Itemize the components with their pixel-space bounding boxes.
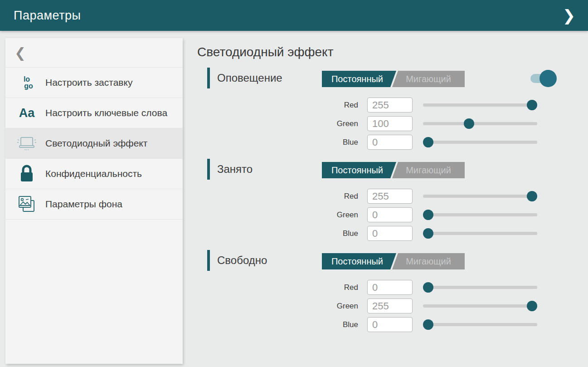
channel-label: Green xyxy=(197,302,358,311)
green-slider[interactable] xyxy=(423,298,537,313)
red-value-input[interactable] xyxy=(367,280,413,295)
back-chevron-icon: ❮ xyxy=(15,45,26,61)
blue-value-input[interactable] xyxy=(367,135,413,150)
channel-label: Blue xyxy=(197,138,358,147)
led-section-notification: Оповещение Постоянный Мигающий Red Green xyxy=(197,67,588,158)
section-title: Светодиодный эффект xyxy=(197,45,334,59)
forward-chevron-icon[interactable]: ❯ xyxy=(558,5,580,26)
green-slider[interactable] xyxy=(423,207,537,222)
sidebar-back-button[interactable]: ❮ xyxy=(5,38,183,68)
sidebar: ❮ lo go Настроить заставку Aa Настроить … xyxy=(5,38,183,364)
sidebar-item-screensaver[interactable]: lo go Настроить заставку xyxy=(5,68,183,98)
mode-option-constant[interactable]: Постоянный xyxy=(322,253,396,269)
section-accent-bar xyxy=(207,159,210,180)
mode-option-blinking[interactable]: Мигающий xyxy=(392,253,465,269)
rgb-row-blue: Blue xyxy=(197,135,588,150)
red-slider[interactable] xyxy=(423,98,537,113)
blue-slider[interactable] xyxy=(423,226,537,241)
section-label: Занято xyxy=(217,163,253,176)
led-section-free: Свободно Постоянный Мигающий Red Green xyxy=(197,250,588,341)
section-label: Свободно xyxy=(217,254,267,267)
red-value-input[interactable] xyxy=(367,189,413,204)
led-enable-switch[interactable] xyxy=(530,69,571,88)
app-header: Параметры ❯ xyxy=(0,0,588,31)
mode-option-constant[interactable]: Постоянный xyxy=(322,162,396,178)
rgb-row-red: Red xyxy=(197,280,588,295)
main-content: Светодиодный эффект Оповещение Постоянны… xyxy=(197,38,588,367)
sidebar-item-background[interactable]: Параметры фона xyxy=(5,189,183,220)
blue-slider[interactable] xyxy=(423,317,537,332)
sidebar-item-label: Настроить ключевые слова xyxy=(45,107,167,119)
section-accent-bar xyxy=(207,68,210,88)
sidebar-item-label: Конфиденциальность xyxy=(45,168,142,180)
mode-toggle: Постоянный Мигающий xyxy=(322,162,465,178)
blue-value-input[interactable] xyxy=(367,226,413,241)
green-value-input[interactable] xyxy=(367,116,413,131)
rgb-row-blue: Blue xyxy=(197,226,588,241)
led-section-busy: Занято Постоянный Мигающий Red Green xyxy=(197,158,588,250)
red-value-input[interactable] xyxy=(367,98,413,113)
section-accent-bar xyxy=(207,250,210,271)
sidebar-item-led-effect[interactable]: Светодиодный эффект xyxy=(5,128,183,159)
sidebar-item-keywords[interactable]: Aa Настроить ключевые слова xyxy=(5,98,183,128)
rgb-row-green: Green xyxy=(197,116,588,131)
background-images-icon xyxy=(16,194,37,215)
sidebar-item-label: Параметры фона xyxy=(45,198,122,210)
rgb-row-green: Green xyxy=(197,207,588,222)
sidebar-item-label: Настроить заставку xyxy=(45,77,132,88)
channel-label: Red xyxy=(197,192,358,201)
green-slider[interactable] xyxy=(423,116,537,131)
rgb-row-blue: Blue xyxy=(197,317,588,332)
channel-label: Blue xyxy=(197,229,358,238)
blue-slider[interactable] xyxy=(423,135,537,150)
mode-toggle: Постоянный Мигающий xyxy=(322,71,465,87)
red-slider[interactable] xyxy=(423,189,537,204)
channel-label: Green xyxy=(197,210,358,220)
lock-icon xyxy=(16,163,37,184)
mode-option-blinking[interactable]: Мигающий xyxy=(392,162,465,178)
switch-knob xyxy=(539,70,557,87)
channel-label: Red xyxy=(197,283,358,292)
rgb-row-red: Red xyxy=(197,98,588,113)
page-title: Параметры xyxy=(14,9,81,23)
green-value-input[interactable] xyxy=(367,207,413,222)
mode-option-constant[interactable]: Постоянный xyxy=(322,71,396,87)
mode-option-blinking[interactable]: Мигающий xyxy=(392,71,465,87)
section-label: Оповещение xyxy=(217,72,282,84)
blue-value-input[interactable] xyxy=(367,317,413,332)
rgb-row-red: Red xyxy=(197,189,588,204)
mode-toggle: Постоянный Мигающий xyxy=(322,253,465,269)
green-value-input[interactable] xyxy=(367,298,413,313)
red-slider[interactable] xyxy=(423,280,537,295)
keywords-icon: Aa xyxy=(16,103,37,123)
sidebar-item-label: Светодиодный эффект xyxy=(45,137,147,149)
channel-label: Green xyxy=(197,119,358,128)
led-screen-icon xyxy=(16,133,37,154)
channel-label: Blue xyxy=(197,320,358,329)
rgb-row-green: Green xyxy=(197,298,588,313)
channel-label: Red xyxy=(197,101,358,110)
logo-icon: lo go xyxy=(16,72,37,93)
sidebar-item-privacy[interactable]: Конфиденциальность xyxy=(5,159,183,189)
